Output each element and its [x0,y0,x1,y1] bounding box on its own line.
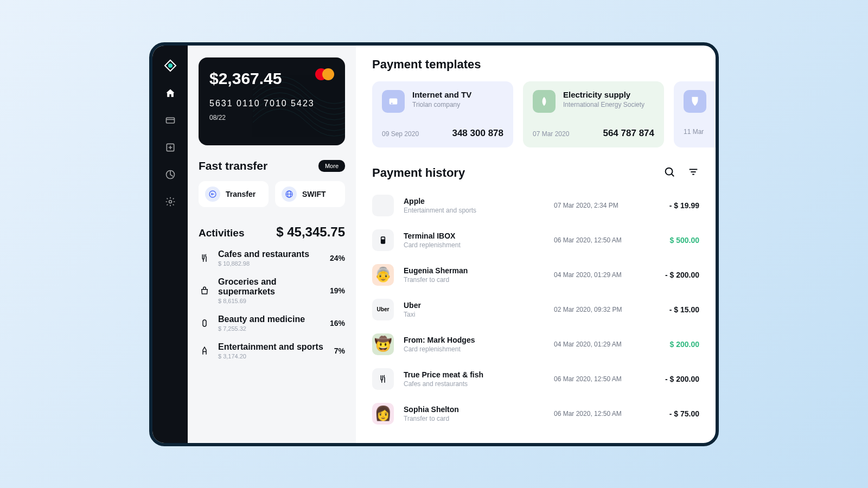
history-merchant: True Price meat & fish [404,370,544,379]
nav-card-icon[interactable] [164,114,176,126]
swift-icon [282,187,297,202]
history-category: Entertainment and sports [404,207,544,214]
template-card[interactable]: Internet and TV Triolan company 09 Sep 2… [372,81,513,147]
template-card[interactable]: Electricity supply International Energy … [523,81,664,147]
history-row[interactable]: 👵 Eugenia Sherman Transfer to card 04 Ma… [372,258,699,292]
history-amount: $ 500.00 [645,236,699,245]
history-row-icon [372,195,394,216]
template-cards: Internet and TV Triolan company 09 Sep 2… [372,81,716,147]
swift-button[interactable]: SWIFT [275,181,345,207]
history-row-icon: Uber [372,299,394,320]
svg-rect-19 [382,237,385,239]
template-number: 348 300 878 [452,128,503,139]
history-date: 02 Mar 2020, 09:32 PM [554,306,635,313]
transfer-buttons: Transfer SWIFT [199,181,345,207]
activity-row[interactable]: Entertainment and sports $ 3,174.20 7% [199,342,345,359]
history-category: Card replenishment [404,241,544,249]
activity-icon [199,317,210,329]
activity-amount: $ 8,615.69 [218,298,322,304]
activities-header: Activities $ 45,345.75 [199,224,345,240]
template-icon [684,90,706,113]
activity-icon [199,285,210,297]
search-icon[interactable] [663,166,675,180]
template-date: 09 Sep 2020 [382,130,419,138]
card-expiry: 08/22 [209,114,334,121]
left-panel: $2,367.45 5631 0110 7010 5423 08/22 Fast… [188,46,356,443]
history-amount: - $ 200.00 [645,375,699,383]
activity-name: Cafes and restaurants [218,249,322,259]
filter-icon[interactable] [687,166,699,180]
history-date: 06 Mar 2020, 12:50 AM [554,410,635,418]
history-category: Transfer to card [404,276,544,284]
nav-settings-icon[interactable] [164,196,176,208]
template-date: 07 Mar 2020 [533,130,569,138]
card-balance: $2,367.45 [209,69,334,88]
activity-amount: $ 10,882.98 [218,260,322,267]
svg-point-13 [666,168,673,175]
history-amount: - $ 75.00 [645,409,699,418]
history-category: Taxi [404,311,544,318]
activity-amount: $ 7,255.32 [218,325,322,332]
fast-transfer-header: Fast transfer More [199,159,345,172]
history-category: Transfer to card [404,415,544,422]
history-row[interactable]: Uber Uber Taxi 02 Mar 2020, 09:32 PM - $… [372,293,699,326]
nav-home-icon[interactable] [164,87,176,99]
nav-transfer-icon[interactable] [164,142,176,153]
activities-title: Activities [199,227,244,239]
activity-row[interactable]: Groceries and supermarkets $ 8,615.69 19… [199,277,345,304]
activity-percent: 19% [330,286,345,295]
svg-point-0 [168,63,173,68]
activity-row[interactable]: Cafes and restaurants $ 10,882.98 24% [199,249,345,267]
history-actions [663,166,699,180]
activity-name: Groceries and supermarkets [218,277,322,297]
history-row[interactable]: Terminal IBOX Card replenishment 06 Mar … [372,223,699,257]
history-row[interactable]: 🤠 From: Mark Hodges Card replenishment 0… [372,328,699,361]
history-date: 06 Mar 2020, 12:50 AM [554,375,635,383]
template-icon [533,90,556,113]
history-merchant: Apple [404,197,544,206]
activity-amount: $ 3,174.20 [218,353,327,359]
history-row[interactable]: 👩 Sophia Shelton Transfer to card 06 Mar… [372,397,699,431]
history-amount: - $ 15.00 [645,305,699,314]
nav-stats-icon[interactable] [164,169,176,181]
activity-name: Beauty and medicine [218,314,322,324]
transfer-button[interactable]: Transfer [199,181,269,207]
transfer-label: Transfer [226,190,256,198]
template-icon [382,90,405,113]
sidebar [152,46,188,443]
activity-icon [199,252,210,264]
svg-point-12 [391,102,393,104]
svg-rect-11 [390,98,398,104]
app-window: $2,367.45 5631 0110 7010 5423 08/22 Fast… [149,42,719,446]
history-merchant: Uber [404,301,544,310]
template-subtitle: Triolan company [412,101,471,108]
svg-point-5 [169,200,171,203]
history-row-icon: 🤠 [372,333,394,355]
svg-line-14 [672,174,674,176]
activity-icon [199,345,210,357]
main-panel: Payment templates Internet and TV Triola… [356,46,716,443]
more-button[interactable]: More [318,160,345,172]
history-row-icon [372,368,394,390]
template-card[interactable]: 11 Mar [674,81,716,147]
history-row-icon: 👵 [372,264,394,286]
balance-card[interactable]: $2,367.45 5631 0110 7010 5423 08/22 [199,57,345,145]
history-amount: - $ 19.99 [645,201,699,210]
template-number: 564 787 874 [603,128,654,139]
history-row[interactable]: Apple Entertainment and sports 07 Mar 20… [372,189,699,222]
history-merchant: Terminal IBOX [404,232,544,240]
history-amount: $ 200.00 [645,340,699,349]
activity-row[interactable]: Beauty and medicine $ 7,255.32 16% [199,314,345,332]
history-date: 06 Mar 2020, 12:50 AM [554,236,635,244]
template-name: Electricity supply [563,90,644,99]
card-number: 5631 0110 7010 5423 [209,99,334,108]
fast-transfer-title: Fast transfer [199,159,267,172]
history-row[interactable]: True Price meat & fish Cafes and restaur… [372,362,699,396]
history-date: 04 Mar 2020, 01:29 AM [554,341,635,348]
activity-percent: 7% [334,346,345,355]
activity-list: Cafes and restaurants $ 10,882.98 24% Gr… [199,249,345,359]
history-merchant: Eugenia Sherman [404,266,544,275]
svg-rect-1 [166,118,174,123]
template-subtitle: International Energy Society [563,101,644,108]
activity-percent: 16% [330,319,345,328]
